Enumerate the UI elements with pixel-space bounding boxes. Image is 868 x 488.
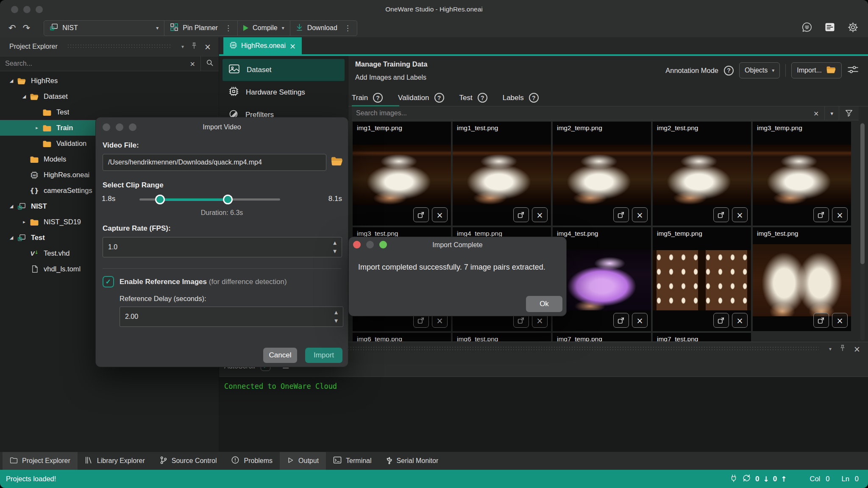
open-image-button[interactable] — [613, 313, 629, 328]
delete-image-button[interactable]: × — [832, 313, 848, 328]
log-icon[interactable] — [824, 22, 835, 34]
drag-handle[interactable] — [67, 44, 172, 50]
image-card[interactable]: img6_test.png — [453, 333, 551, 341]
close-tab-icon[interactable]: × — [289, 42, 296, 50]
import-button[interactable]: Import... — [791, 62, 842, 78]
bottom-tab-output[interactable]: Output — [280, 452, 326, 470]
compile-button[interactable]: Compile ▾ — [237, 21, 290, 36]
annotation-mode-dropdown[interactable]: Objects ▾ — [739, 62, 780, 78]
spinner-up-icon[interactable]: ▲ — [333, 241, 337, 245]
image-card[interactable]: img7_test.png — [653, 333, 751, 341]
plug-icon[interactable] — [729, 474, 738, 484]
image-card[interactable]: img2_test.png× — [653, 122, 751, 226]
maximize-window-button[interactable] — [36, 6, 43, 13]
delete-image-button[interactable]: × — [832, 207, 848, 222]
tab-labels[interactable]: Labels ? — [503, 93, 539, 103]
help-icon[interactable]: ? — [478, 93, 487, 103]
redo-icon[interactable]: ↷ — [23, 24, 31, 33]
open-image-button[interactable] — [413, 207, 429, 222]
image-card[interactable]: img1_test.png× — [453, 122, 551, 226]
browse-folder-icon[interactable] — [331, 156, 343, 168]
bottom-tab-serial-monitor[interactable]: Serial Monitor — [379, 452, 446, 470]
output-console[interactable]: Connected to OneWare Cloud — [219, 377, 868, 452]
expander-icon[interactable]: ◢ — [7, 78, 16, 84]
ok-button[interactable]: Ok — [526, 296, 562, 312]
undo-icon[interactable]: ↶ — [8, 24, 16, 33]
capture-rate-input[interactable]: 1.0 ▲ ▼ — [103, 237, 342, 257]
expander-icon[interactable]: ▸ — [19, 219, 29, 225]
image-card[interactable]: img3_temp.png× — [753, 122, 851, 226]
delete-image-button[interactable]: × — [732, 313, 748, 328]
editor-tab[interactable]: AI HighRes.oneai × — [223, 37, 302, 54]
open-image-button[interactable] — [713, 313, 729, 328]
delete-image-button[interactable]: × — [532, 207, 548, 222]
range-slider-handle-start[interactable] — [155, 195, 165, 204]
image-card[interactable]: img6_temp.png — [353, 333, 451, 341]
pin-icon[interactable] — [839, 344, 846, 354]
chevron-down-icon[interactable]: ▾ — [282, 25, 284, 31]
expander-icon[interactable]: ◢ — [19, 94, 29, 99]
spinner-up-icon[interactable]: ▲ — [334, 310, 338, 315]
delete-image-button[interactable]: × — [632, 313, 648, 328]
open-image-button[interactable] — [613, 207, 629, 222]
close-panel-icon[interactable]: × — [204, 42, 211, 51]
project-search-input[interactable] — [0, 59, 185, 68]
gear-icon[interactable] — [847, 22, 859, 35]
minimize-window-button[interactable] — [23, 6, 31, 13]
expander-icon[interactable]: ▸ — [32, 125, 42, 131]
tree-item[interactable]: ◢ Dataset — [0, 89, 219, 104]
bottom-tab-source-control[interactable]: Source Control — [152, 452, 224, 470]
expander-icon[interactable]: ◢ — [7, 235, 16, 240]
import-confirm-button[interactable]: Import — [305, 348, 342, 363]
delete-image-button[interactable]: × — [432, 207, 448, 222]
image-search-input[interactable] — [352, 109, 808, 117]
cancel-button[interactable]: Cancel — [263, 348, 297, 363]
spinner-down-icon[interactable]: ▼ — [333, 249, 337, 254]
image-card[interactable]: img5_temp.png× — [653, 227, 751, 331]
image-card[interactable]: img4_test.png× — [553, 227, 651, 331]
tab-train[interactable]: Train ? — [352, 93, 383, 103]
chat-icon[interactable] — [801, 22, 812, 34]
bottom-tab-terminal[interactable]: Terminal — [326, 452, 378, 470]
sliders-icon[interactable] — [847, 65, 859, 76]
download-button[interactable]: Download ⋮ — [290, 21, 357, 36]
help-icon[interactable]: ? — [373, 93, 383, 103]
bottom-tab-library-explorer[interactable]: Library Explorer — [78, 452, 152, 470]
tab-test[interactable]: Test ? — [459, 93, 487, 103]
spinner-down-icon[interactable]: ▼ — [334, 319, 338, 323]
image-card[interactable]: img7_temp.png — [553, 333, 651, 341]
chevron-down-icon[interactable]: ▾ — [825, 110, 839, 117]
pin-planner-button[interactable]: Pin Planner ⋮ — [164, 21, 237, 36]
open-image-button[interactable] — [813, 207, 829, 222]
enable-reference-checkbox[interactable]: ✓ — [103, 276, 114, 287]
kebab-menu-icon[interactable]: ⋮ — [225, 24, 232, 32]
image-card[interactable]: img2_temp.png× — [553, 122, 651, 226]
close-window-button[interactable] — [11, 6, 18, 13]
reference-delay-input[interactable]: 2.00 ▲ ▼ — [120, 307, 343, 327]
project-selector[interactable]: D NIST ▾ — [44, 21, 164, 36]
grid-scrollbar[interactable] — [860, 123, 865, 340]
bottom-tab-problems[interactable]: Problems — [224, 452, 280, 470]
video-file-input[interactable]: /Users/hendrikmennen/Downloads/quack.mp4… — [103, 154, 326, 171]
delete-image-button[interactable]: × — [732, 207, 748, 222]
bottom-tab-project-explorer[interactable]: Project Explorer — [3, 452, 78, 470]
image-card[interactable]: img1_temp.png× — [353, 122, 451, 226]
image-card[interactable]: img5_test.png× — [753, 227, 851, 331]
delete-image-button[interactable]: × — [632, 207, 648, 222]
nav-item-dataset[interactable]: Dataset — [223, 59, 345, 81]
scrollbar-thumb[interactable] — [860, 123, 865, 264]
help-icon[interactable]: ? — [724, 66, 734, 75]
open-image-button[interactable] — [713, 207, 729, 222]
filter-icon[interactable] — [839, 109, 859, 117]
help-icon[interactable]: ? — [434, 93, 444, 103]
kebab-menu-icon[interactable]: ⋮ — [344, 24, 351, 32]
range-slider-handle-end[interactable] — [223, 195, 233, 204]
clear-search-icon[interactable]: × — [185, 60, 200, 68]
tab-validation[interactable]: Validation ? — [398, 93, 444, 103]
clear-search-icon[interactable]: × — [808, 109, 824, 117]
sync-icon[interactable] — [742, 474, 751, 484]
chevron-down-icon[interactable]: ▾ — [829, 346, 832, 352]
search-icon[interactable] — [201, 59, 219, 68]
chevron-down-icon[interactable]: ▾ — [181, 44, 184, 50]
close-panel-icon[interactable]: × — [854, 344, 860, 354]
